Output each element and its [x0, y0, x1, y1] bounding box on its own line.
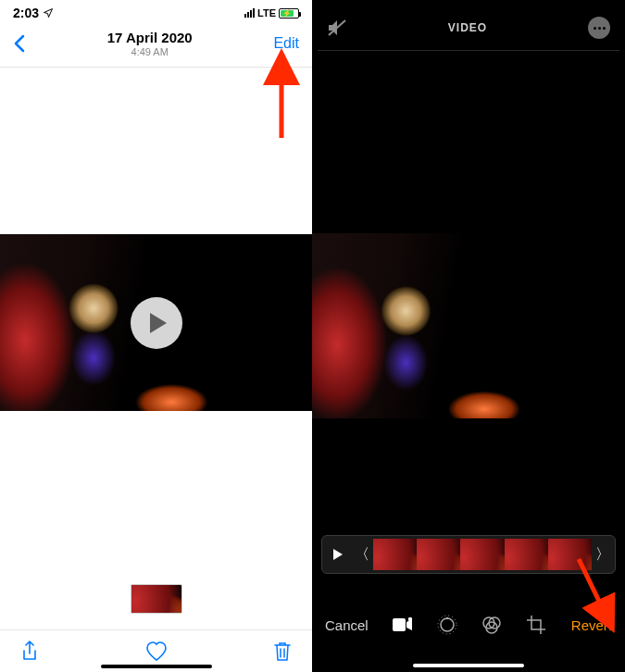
filmstrip-thumbnail[interactable] [131, 584, 182, 614]
scrubber-frames[interactable] [373, 539, 592, 570]
video-still [312, 233, 625, 418]
editor-title: VIDEO [448, 21, 487, 34]
divider [318, 50, 619, 51]
editor-nav: VIDEO [312, 0, 625, 50]
video-tool-button[interactable] [393, 617, 413, 632]
trim-scrubber[interactable]: 〈 〉 [321, 535, 616, 574]
edit-tool-icons [393, 615, 546, 635]
svg-point-6 [446, 617, 449, 620]
location-icon [43, 7, 54, 19]
adjust-tool-button[interactable] [437, 615, 457, 635]
back-button[interactable] [13, 34, 26, 53]
svg-point-3 [408, 617, 412, 621]
more-button[interactable] [588, 17, 610, 39]
adjust-icon [437, 615, 457, 635]
clock-text: 2:03 [13, 6, 39, 20]
video-icon [393, 617, 413, 632]
crop-icon [526, 615, 546, 635]
annotation-arrow-edit [263, 59, 300, 143]
scrubber-play-button[interactable] [325, 549, 351, 560]
trash-icon [273, 641, 292, 663]
speaker-muted-icon [327, 19, 347, 37]
edit-button[interactable]: Edit [273, 35, 299, 52]
crop-tool-button[interactable] [526, 615, 546, 635]
home-indicator[interactable] [101, 665, 212, 668]
home-indicator[interactable] [413, 664, 524, 667]
network-label: LTE [257, 7, 276, 19]
favorite-button[interactable] [145, 641, 168, 662]
delete-button[interactable] [273, 641, 292, 663]
battery-icon: ⚡ [279, 8, 299, 19]
filters-tool-button[interactable] [481, 615, 502, 635]
share-icon [20, 641, 39, 663]
cancel-button[interactable]: Cancel [325, 617, 369, 633]
status-right: LTE ⚡ [244, 7, 299, 19]
svg-rect-2 [393, 618, 406, 631]
trim-handle-right[interactable]: 〉 [594, 545, 612, 565]
chevron-left-icon [13, 34, 26, 53]
svg-point-4 [441, 618, 454, 631]
video-editor-screen: VIDEO 〈 〉 Cancel [312, 0, 625, 672]
filters-icon [481, 615, 502, 635]
status-bar: 2:03 LTE ⚡ [0, 0, 312, 22]
revert-button[interactable]: Revert [571, 617, 612, 633]
signal-bars-icon [244, 8, 255, 18]
video-preview[interactable] [0, 234, 312, 411]
mute-button[interactable] [327, 19, 347, 37]
editor-toolbar: Cancel Revert [312, 609, 625, 641]
photos-viewer-screen: 2:03 LTE ⚡ 17 April 2020 4:49 AM Edit [0, 0, 312, 672]
heart-icon [145, 641, 168, 662]
trim-handle-left[interactable]: 〈 [353, 545, 371, 565]
status-time: 2:03 [13, 6, 54, 20]
time-label: 4:49 AM [107, 46, 193, 57]
nav-title: 17 April 2020 4:49 AM [107, 30, 193, 57]
play-button[interactable] [131, 297, 182, 349]
share-button[interactable] [20, 641, 39, 663]
nav-bar: 17 April 2020 4:49 AM Edit [0, 22, 312, 68]
date-label: 17 April 2020 [107, 30, 193, 45]
editor-preview[interactable] [312, 233, 625, 418]
